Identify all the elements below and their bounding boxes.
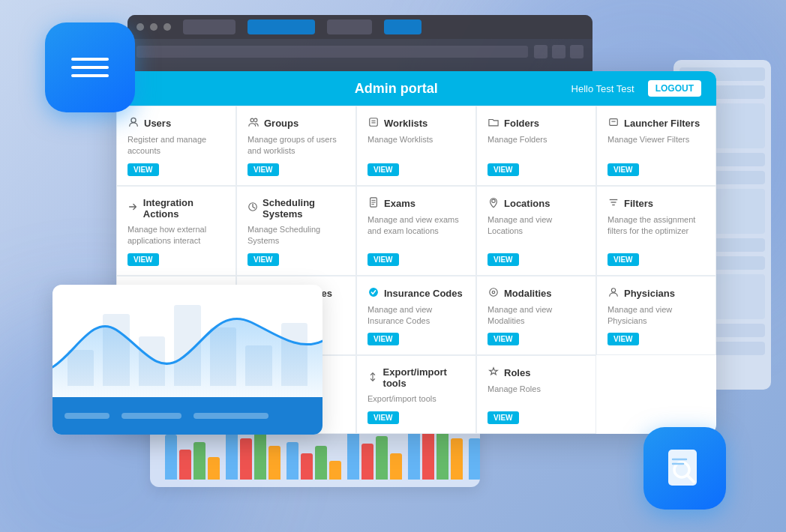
chart-area xyxy=(52,285,322,397)
svg-point-0 xyxy=(131,118,136,122)
svg-point-23 xyxy=(490,288,498,296)
card-description: Manage Worklists xyxy=(368,134,465,157)
portal-card-exams[interactable]: Exams Manage and view exams and exam loc… xyxy=(356,186,476,276)
card-title-text: Worklists xyxy=(384,118,428,129)
card-view-button[interactable]: VIEW xyxy=(368,333,399,345)
portal-card-roles[interactable]: Roles Manage Roles VIEW xyxy=(476,355,596,433)
portal-card-modalities[interactable]: Modalities Manage and view Modalities VI… xyxy=(476,276,596,356)
card-view-button[interactable]: VIEW xyxy=(488,411,519,424)
card-view-button[interactable]: VIEW xyxy=(608,333,639,345)
logout-button[interactable]: LOGOUT xyxy=(648,80,701,97)
card-title-text: Insurance Codes xyxy=(384,288,463,299)
chart-legend-1 xyxy=(64,413,110,419)
hamburger-menu-icon[interactable] xyxy=(45,22,135,112)
portal-card-groups[interactable]: Groups Manage groups of users and workli… xyxy=(236,106,356,186)
portal-card-physicians[interactable]: Physicians Manage and view Physicians VI… xyxy=(596,276,716,356)
card-title-text: Modalities xyxy=(504,288,552,299)
portal-card-insurance-codes[interactable]: Insurance Codes Manage and view Insuranc… xyxy=(356,276,476,356)
card-description: Manage and view Insurance Codes xyxy=(368,304,465,327)
bar-0-1 xyxy=(179,450,191,480)
card-description: Manage and view exams and exam locations xyxy=(368,214,465,247)
svg-point-13 xyxy=(492,199,495,202)
card-title-row: Physicians xyxy=(608,287,705,300)
chart-line-svg xyxy=(52,285,322,397)
card-description: Manage and view Physicians xyxy=(608,304,705,327)
bar-1-3 xyxy=(268,446,280,480)
card-title-row: Modalities xyxy=(488,287,585,300)
portal-card-export-import-tools[interactable]: Export/import tools Export/import tools … xyxy=(356,355,476,433)
card-description: Manage and view Modalities xyxy=(488,304,585,327)
bar-group-3 xyxy=(347,427,402,480)
card-view-button[interactable]: VIEW xyxy=(248,163,279,176)
svg-rect-6 xyxy=(610,119,618,126)
card-view-button[interactable]: VIEW xyxy=(128,163,159,176)
card-title-row: Insurance Codes xyxy=(368,287,465,300)
card-description: Manage groups of users and worklists xyxy=(248,134,345,157)
card-title-text: Folders xyxy=(504,118,539,129)
portal-card-worklists[interactable]: Worklists Manage Worklists VIEW xyxy=(356,106,476,186)
bar-0-0 xyxy=(165,435,177,480)
card-description: Manage Viewer Filters xyxy=(608,134,705,157)
card-description: Manage how external applications interac… xyxy=(128,224,225,247)
portal-card-users[interactable]: Users Register and manage accounts VIEW xyxy=(116,106,236,186)
card-description: Manage Folders xyxy=(488,134,585,157)
card-title-row: Exams xyxy=(368,197,465,210)
card-view-button[interactable]: VIEW xyxy=(608,163,639,176)
bar-0-2 xyxy=(194,442,206,480)
bar-2-2 xyxy=(315,446,327,480)
card-view-button[interactable]: VIEW xyxy=(368,411,399,424)
bar-2-0 xyxy=(286,442,298,480)
card-icon-14 xyxy=(608,287,620,300)
card-description: Manage the assignment filters for the op… xyxy=(608,214,705,247)
card-icon-5 xyxy=(128,202,139,214)
card-title-text: Physicians xyxy=(624,288,675,299)
bar-0-3 xyxy=(208,457,220,480)
card-icon-0 xyxy=(128,117,140,130)
card-title-text: Scheduling Systems xyxy=(262,197,345,220)
search-icon-button[interactable] xyxy=(644,427,726,510)
card-description: Export/import tools xyxy=(368,393,465,405)
card-icon-2 xyxy=(368,117,380,130)
card-title-row: Folders xyxy=(488,117,585,130)
card-view-button[interactable]: VIEW xyxy=(488,253,519,266)
portal-card-scheduling-systems[interactable]: Scheduling Systems Manage Scheduling Sys… xyxy=(236,186,356,276)
portal-card-integration-actions[interactable]: Integration Actions Manage how external … xyxy=(116,186,236,276)
portal-title: Admin portal xyxy=(221,81,572,97)
card-view-button[interactable]: VIEW xyxy=(128,253,159,266)
portal-card-folders[interactable]: Folders Manage Folders VIEW xyxy=(476,106,596,186)
bar-1-2 xyxy=(254,431,266,480)
bar-4-1 xyxy=(422,431,434,480)
bar-2-1 xyxy=(301,453,313,480)
card-view-button[interactable]: VIEW xyxy=(248,253,279,266)
user-greeting: Hello Test Test xyxy=(572,83,634,94)
svg-rect-3 xyxy=(370,118,378,127)
bar-3-3 xyxy=(390,453,402,480)
hamburger-lines xyxy=(71,58,109,77)
card-title-text: Filters xyxy=(624,198,653,209)
card-icon-12 xyxy=(368,287,380,300)
card-icon-4 xyxy=(608,117,620,130)
portal-card-locations[interactable]: Locations Manage and view Locations VIEW xyxy=(476,186,596,276)
card-title-text: Roles xyxy=(504,367,530,378)
bar-2-3 xyxy=(329,461,341,480)
card-title-text: Exams xyxy=(384,198,416,209)
bar-5-0 xyxy=(469,438,480,480)
card-view-button[interactable]: VIEW xyxy=(608,253,639,266)
card-title-text: Locations xyxy=(504,198,550,209)
bar-1-1 xyxy=(240,438,252,480)
svg-point-2 xyxy=(254,118,256,121)
card-icon-7 xyxy=(368,197,380,210)
chart-legend-3 xyxy=(194,413,268,419)
portal-card-launcher-filters[interactable]: Launcher Filters Manage Viewer Filters V… xyxy=(596,106,716,186)
card-view-button[interactable]: VIEW xyxy=(368,253,399,266)
card-view-button[interactable]: VIEW xyxy=(488,333,519,345)
card-icon-17 xyxy=(368,372,379,384)
card-description: Manage Roles xyxy=(488,384,585,405)
bar-3-1 xyxy=(362,444,374,480)
card-title-row: Scheduling Systems xyxy=(248,197,345,220)
card-view-button[interactable]: VIEW xyxy=(368,163,399,176)
portal-card-filters[interactable]: Filters Manage the assignment filters fo… xyxy=(596,186,716,276)
card-view-button[interactable]: VIEW xyxy=(488,163,519,176)
bar-4-3 xyxy=(451,438,463,480)
card-title-row: Filters xyxy=(608,197,705,210)
